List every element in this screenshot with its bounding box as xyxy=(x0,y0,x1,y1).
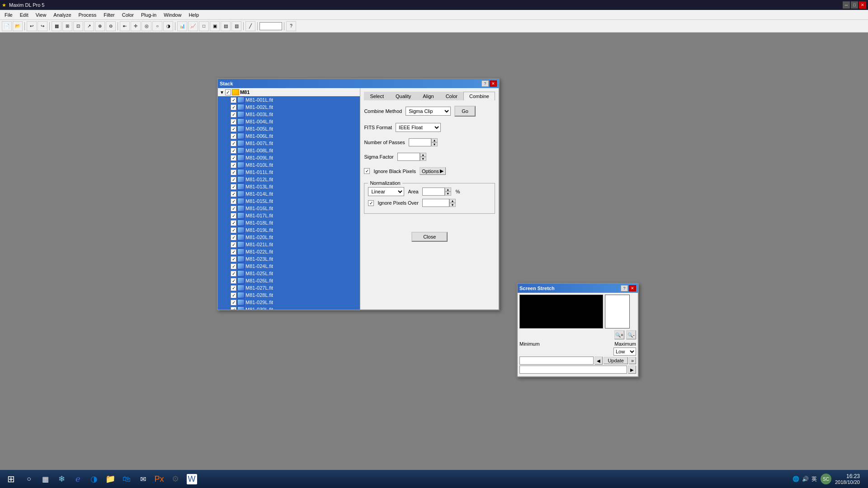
sigma-factor-down[interactable]: ▼ xyxy=(420,157,426,161)
stack-help-button[interactable]: ? xyxy=(481,80,489,87)
file-checkbox[interactable] xyxy=(231,206,236,211)
maximize-button[interactable]: □ xyxy=(851,1,858,9)
file-item[interactable]: M81-015L.fit xyxy=(218,197,360,205)
file-checkbox[interactable] xyxy=(231,249,236,255)
menu-file[interactable]: File xyxy=(1,11,16,19)
file-checkbox[interactable] xyxy=(231,278,236,284)
file-item[interactable]: M81-027L.fit xyxy=(218,284,360,291)
stretch-min-arrow[interactable]: ◀ xyxy=(594,357,603,365)
menu-process[interactable]: Process xyxy=(75,11,100,19)
file-checkbox[interactable] xyxy=(231,141,236,146)
num-passes-input[interactable]: 3 xyxy=(409,138,431,146)
stretch-zoom-in-button[interactable]: 🔍+ xyxy=(614,330,624,339)
file-item[interactable]: M81-014L.fit xyxy=(218,190,360,197)
file-item[interactable]: M81-021L.fit xyxy=(218,241,360,248)
menu-window[interactable]: Window xyxy=(160,11,185,19)
taskbar-icon-pix[interactable]: Px xyxy=(152,472,166,486)
toolbar-btn10[interactable]: ○ xyxy=(152,21,162,31)
combine-method-select[interactable]: Sigma Clip xyxy=(406,107,451,116)
file-checkbox[interactable] xyxy=(231,263,236,269)
toolbar-btn16[interactable]: ▤ xyxy=(221,21,231,31)
toolbar-btn5[interactable]: ⊕ xyxy=(95,21,105,31)
file-checkbox[interactable] xyxy=(231,112,236,117)
toolbar-btn13[interactable]: 📈 xyxy=(188,21,198,31)
file-item[interactable]: M81-025L.fit xyxy=(218,270,360,277)
sigma-factor-up[interactable]: ▲ xyxy=(420,153,426,157)
file-item[interactable]: M81-019L.fit xyxy=(218,226,360,234)
toolbar-btn9[interactable]: ◎ xyxy=(142,21,151,31)
toolbar-btn18[interactable]: ╱ xyxy=(245,21,255,31)
minimize-button[interactable]: ─ xyxy=(843,1,850,9)
sigma-factor-input[interactable]: 3.00 xyxy=(397,153,420,161)
tab-align[interactable]: Align xyxy=(417,92,439,100)
file-checkbox[interactable] xyxy=(231,242,236,248)
toolbar-btn17[interactable]: ▥ xyxy=(231,21,241,31)
file-item[interactable]: M81-010L.fit xyxy=(218,161,360,169)
toolbar-btn11[interactable]: ◑ xyxy=(163,21,173,31)
taskbar-icon-store[interactable]: 🛍 xyxy=(119,472,134,486)
close-button[interactable]: Close xyxy=(411,232,448,242)
toolbar-btn15[interactable]: ▣ xyxy=(210,21,220,31)
taskbar-cortana[interactable]: ○ xyxy=(22,472,36,486)
file-item[interactable]: M81-007L.fit xyxy=(218,140,360,147)
start-button[interactable]: ⊞ xyxy=(2,472,20,486)
file-item[interactable]: M81-020L.fit xyxy=(218,234,360,241)
toolbar-btn12[interactable]: 📊 xyxy=(177,21,187,31)
file-checkbox[interactable] xyxy=(231,162,236,168)
stretch-help-button[interactable]: ? xyxy=(621,285,628,291)
area-input[interactable]: 90 xyxy=(422,188,445,196)
fits-format-select[interactable]: IEEE Float xyxy=(396,123,441,132)
update-button[interactable]: Update xyxy=(604,357,627,364)
file-checkbox[interactable] xyxy=(231,155,236,161)
file-item[interactable]: M81-013L.fit xyxy=(218,183,360,190)
tab-quality[interactable]: Quality xyxy=(390,92,417,100)
toolbar-undo[interactable]: ↩ xyxy=(27,21,37,31)
taskbar-icon-settings[interactable]: ⚙ xyxy=(168,472,183,486)
toolbar-btn14[interactable]: □ xyxy=(199,21,209,31)
taskbar-icon-word[interactable]: W xyxy=(184,472,199,486)
file-item[interactable]: M81-022L.fit xyxy=(218,248,360,255)
menu-edit[interactable]: Edit xyxy=(16,11,32,19)
file-checkbox[interactable] xyxy=(231,133,236,139)
stack-close-button[interactable]: ✕ xyxy=(490,80,497,87)
stretch-zoom-out-button[interactable]: 🔍- xyxy=(626,330,636,339)
root-checkbox[interactable] xyxy=(225,89,231,95)
taskbar-icon-mail[interactable]: ✉ xyxy=(136,472,150,486)
num-passes-up[interactable]: ▲ xyxy=(431,138,438,142)
file-checkbox[interactable] xyxy=(231,220,236,226)
menu-filter[interactable]: Filter xyxy=(100,11,118,19)
file-item[interactable]: M81-023L.fit xyxy=(218,255,360,263)
toolbar-btn3[interactable]: ⊡ xyxy=(73,21,83,31)
file-checkbox[interactable] xyxy=(231,97,236,103)
file-item[interactable]: M81-011L.fit xyxy=(218,169,360,176)
low-dropdown[interactable]: Low xyxy=(613,347,636,356)
file-checkbox[interactable] xyxy=(231,285,236,291)
toolbar-open[interactable]: 📂 xyxy=(13,21,23,31)
file-checkbox[interactable] xyxy=(231,307,236,310)
toolbar-btn6[interactable]: ⊖ xyxy=(106,21,116,31)
file-checkbox[interactable] xyxy=(231,256,236,262)
file-checkbox[interactable] xyxy=(231,198,236,204)
file-item[interactable]: M81-003L.fit xyxy=(218,111,360,118)
toolbar-btn8[interactable]: ✛ xyxy=(131,21,141,31)
file-item[interactable]: M81-026L.fit xyxy=(218,277,360,284)
taskbar-icon-folder[interactable]: 📁 xyxy=(103,472,118,486)
area-down[interactable]: ▼ xyxy=(445,192,451,196)
file-checkbox[interactable] xyxy=(231,177,236,183)
toolbar-help[interactable]: ? xyxy=(286,21,296,31)
file-checkbox[interactable] xyxy=(231,227,236,233)
file-checkbox[interactable] xyxy=(231,213,236,219)
ignore-pixels-checkbox[interactable] xyxy=(368,200,374,206)
stretch-max-slider[interactable] xyxy=(519,366,627,374)
tab-color[interactable]: Color xyxy=(440,92,463,100)
ignore-pixels-down[interactable]: ▼ xyxy=(449,203,456,207)
taskbar-icon-wind[interactable]: ❄ xyxy=(54,472,69,486)
menu-color[interactable]: Color xyxy=(118,11,137,19)
double-arrow-button[interactable]: » xyxy=(629,357,636,364)
num-passes-down[interactable]: ▼ xyxy=(431,142,438,146)
file-checkbox[interactable] xyxy=(231,292,236,298)
ignore-pixels-up[interactable]: ▲ xyxy=(449,199,456,203)
file-item[interactable]: M81-024L.fit xyxy=(218,263,360,270)
taskbar-icon-ie[interactable]: ℯ xyxy=(71,472,85,486)
file-item[interactable]: M81-004L.fit xyxy=(218,118,360,125)
